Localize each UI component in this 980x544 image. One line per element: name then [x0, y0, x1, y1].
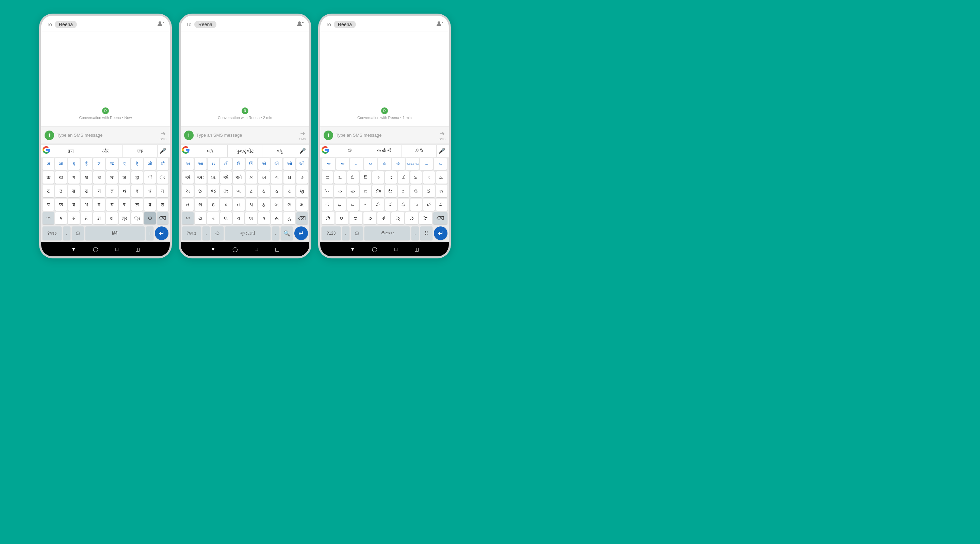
enter-key[interactable]: ↵ — [294, 227, 308, 240]
key-0-5[interactable]: छ — [106, 171, 118, 184]
key-3-6[interactable]: श्र — [119, 212, 130, 224]
suggestion-1[interactable]: అయితే — [367, 145, 402, 157]
key-1-2[interactable]: જ — [208, 185, 219, 197]
key-3-1[interactable]: ય — [195, 212, 206, 224]
key-1-0[interactable]: ट — [43, 185, 54, 197]
key-3-2[interactable]: ల — [350, 212, 363, 224]
suggestion-0[interactable]: इस — [53, 145, 88, 157]
key-3-8[interactable]: ⌫ — [433, 212, 447, 224]
nav-recents-icon[interactable]: □ — [255, 246, 258, 252]
key-3-5[interactable]: શ — [245, 212, 257, 224]
mic-icon[interactable]: 🎤 — [437, 147, 447, 154]
key-0-8[interactable]: ◌ं — [144, 171, 156, 184]
vowel-key-6[interactable]: బుబబు — [406, 158, 419, 170]
key-3-6[interactable]: స — [405, 212, 418, 224]
enter-key[interactable]: ↵ — [434, 227, 447, 240]
sms-plus-button[interactable]: + — [324, 130, 333, 140]
key-1-8[interactable]: ઢ — [283, 185, 295, 197]
key-0-6[interactable]: ज — [119, 171, 130, 184]
key-3-8[interactable]: ⚙ — [144, 212, 156, 224]
mic-icon[interactable]: 🎤 — [297, 147, 308, 154]
key-2-3[interactable]: भ — [81, 198, 92, 211]
key-2-0[interactable]: త — [321, 198, 333, 211]
vowel-key-5[interactable]: ऊ — [106, 158, 118, 170]
key-1-4[interactable]: ण — [93, 185, 105, 197]
suggestion-1[interactable]: પુનઃટ્વીટ — [228, 145, 262, 157]
key-2-8[interactable]: व — [144, 198, 156, 211]
sms-text-input[interactable]: Type an SMS message — [336, 133, 436, 138]
key-1-3[interactable]: ઝ — [220, 185, 232, 197]
vowel-key-0[interactable]: अ — [43, 158, 54, 170]
vowel-key-9[interactable]: औ — [157, 158, 169, 170]
key-2-1[interactable]: థ — [334, 198, 346, 211]
key-2-6[interactable]: ફ — [258, 198, 270, 211]
key-3-4[interactable]: ज्ञ — [93, 212, 105, 224]
vowel-key-2[interactable]: ఇ — [350, 158, 363, 170]
key-0-1[interactable]: ख — [55, 171, 67, 184]
sms-send-button[interactable]: ➜ SMS — [159, 130, 166, 141]
key-0-2[interactable]: ग — [68, 171, 80, 184]
emoji-key[interactable]: ☺ — [351, 227, 363, 240]
suggestion-1[interactable]: और — [88, 145, 123, 157]
vowel-key-5[interactable]: ઊ — [246, 158, 257, 170]
key-0-8[interactable]: ઘ — [283, 171, 295, 184]
suggestion-0[interactable]: నా — [332, 145, 367, 157]
key-0-7[interactable]: ગ — [271, 171, 282, 184]
key-3-1[interactable]: ర — [336, 212, 348, 224]
key-3-6[interactable]: ષ — [258, 212, 270, 224]
key-2-7[interactable]: ल — [131, 198, 143, 211]
nav-home-icon[interactable]: ◯ — [93, 246, 98, 252]
key-1-7[interactable]: డ — [410, 185, 422, 197]
vowel-key-1[interactable]: આ — [195, 158, 206, 170]
vowel-key-0[interactable]: అ — [322, 158, 335, 170]
nav-home-icon[interactable]: ◯ — [232, 246, 238, 252]
comma-key[interactable]: , — [342, 227, 350, 240]
suggestion-0[interactable]: બંધ — [193, 145, 228, 157]
key-2-2[interactable]: ब — [68, 198, 80, 211]
key-0-6[interactable]: క — [398, 171, 409, 184]
key-0-4[interactable]: ઓ — [233, 171, 244, 184]
suggestion-2[interactable]: एक — [123, 145, 158, 157]
key-0-2[interactable]: ఓ — [347, 171, 359, 184]
key-3-7[interactable]: ◌्र — [131, 212, 143, 224]
vowel-key-7[interactable]: ఎ — [420, 158, 433, 170]
key-2-4[interactable]: ન — [233, 198, 244, 211]
key-1-9[interactable]: ણ — [296, 185, 308, 197]
key-2-0[interactable]: ત — [182, 198, 194, 211]
period-key[interactable]: । — [146, 227, 153, 240]
vowel-key-4[interactable]: ઉ — [233, 158, 244, 170]
key-0-9[interactable]: ઙ — [296, 171, 308, 184]
nav-recents-icon[interactable]: □ — [395, 246, 397, 252]
key-1-6[interactable]: ఠ — [398, 185, 409, 197]
extra-key[interactable]: 🔍 — [281, 227, 293, 240]
key-2-7[interactable]: బ — [410, 198, 422, 211]
key-3-3[interactable]: ह — [81, 212, 92, 224]
vowel-key-7[interactable]: ઐ — [271, 158, 282, 170]
vowel-key-2[interactable]: ઇ — [208, 158, 219, 170]
lang-key[interactable]: తెలుగు — [364, 227, 410, 240]
lang-key[interactable]: हिंदी — [86, 227, 145, 240]
key-2-1[interactable]: થ — [195, 198, 206, 211]
key-1-4[interactable]: యు — [372, 185, 384, 197]
num-key[interactable]: ?123 — [321, 227, 340, 240]
key-2-0[interactable]: प — [43, 198, 54, 211]
key-1-7[interactable]: ડ — [271, 185, 282, 197]
key-3-7[interactable]: સ — [271, 212, 282, 224]
nav-back-icon[interactable]: ▼ — [71, 246, 76, 252]
key-1-2[interactable]: ड — [68, 185, 80, 197]
vowel-key-3[interactable]: ఈ — [364, 158, 377, 170]
key-1-3[interactable]: జ — [360, 185, 371, 197]
key-1-6[interactable]: ઠ — [258, 185, 270, 197]
key-0-3[interactable]: એ — [220, 171, 232, 184]
vowel-key-2[interactable]: इ — [68, 158, 80, 170]
nav-home-icon[interactable]: ◯ — [372, 246, 377, 252]
period-key[interactable]: . — [272, 227, 279, 240]
suggestion-2[interactable]: વધુ — [262, 145, 297, 157]
key-3-2[interactable]: ર — [207, 212, 219, 224]
key-2-8[interactable]: భ — [423, 198, 434, 211]
key-0-4[interactable]: च — [93, 171, 105, 184]
key-0-1[interactable]: અઃ — [195, 171, 206, 184]
key-0-5[interactable]: ક — [246, 171, 257, 184]
key-2-5[interactable]: પ — [246, 198, 257, 211]
vowel-key-4[interactable]: ఉ — [378, 158, 391, 170]
